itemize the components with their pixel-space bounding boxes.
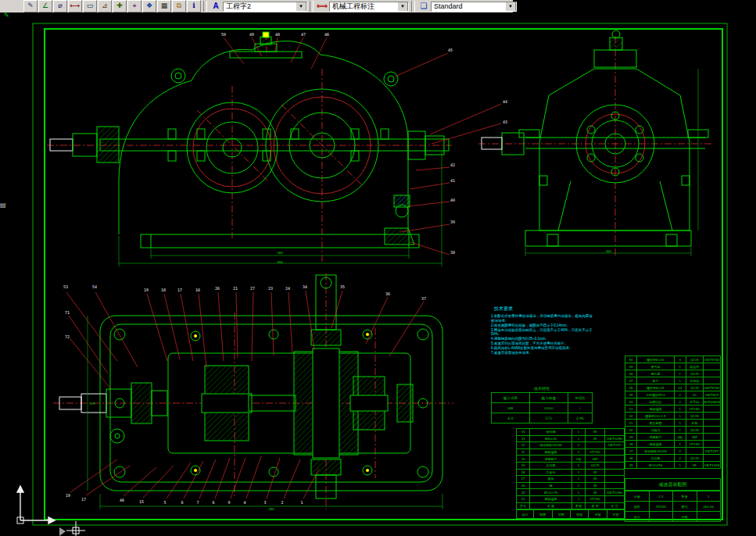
tool-grid-icon[interactable]: ▦ (157, 0, 171, 13)
char_table-cell: 3.95 (568, 413, 592, 423)
bom_right-cell: Q235 (686, 427, 703, 434)
plan-view-drawing (53, 273, 453, 509)
side-sketch-icon[interactable]: ✎ (4, 12, 9, 20)
toolbar-separator (203, 1, 207, 12)
bom_left-cell: 2 (572, 442, 586, 449)
bom_right-cell: 1 (674, 370, 686, 377)
tool-block-icon[interactable]: ❖ (142, 0, 156, 13)
callout-label: 23 (268, 286, 273, 291)
callout-label: 590 (277, 260, 282, 264)
bom_left-cell: 33 (517, 435, 530, 442)
callout-label: 71 (65, 310, 70, 315)
bom_left-cell: 1 (572, 469, 586, 476)
callout-label: 27 (250, 286, 255, 291)
dim-style-icon[interactable]: ⟺ (316, 1, 328, 12)
tool-linear-dim-icon[interactable]: ⟷ (68, 0, 82, 13)
bom_right-cell: 1 (674, 427, 686, 434)
bom_right-cell: 41 (625, 420, 637, 427)
callout-label: 8 (181, 500, 183, 505)
bom_left-cell: 1 (572, 482, 586, 489)
dim-style-combo[interactable]: 机械工程标注 ▼ (329, 2, 409, 12)
bom_right-cell: 46 (625, 384, 637, 391)
bom_left-cell: 31 (517, 448, 530, 456)
bom_right-cell: GB/T5782 (703, 356, 720, 363)
tool-layers-icon[interactable]: ⧉ (172, 0, 186, 13)
bom_left-cell: GB/T1096 (605, 489, 625, 496)
side-doc-icon[interactable]: ▤ (0, 202, 6, 209)
notes-title: 技术要求 (494, 306, 596, 313)
bom_right-cell (703, 406, 720, 413)
note-line: 1.装配前所有零件用煤油清洗，滚动轴承用汽油清洗，箱体内壁涂耐油油漆。 (491, 314, 596, 323)
bom_right-cell: 毡圈油封 (637, 398, 675, 406)
table-style-combo[interactable]: Standard ▼ (431, 2, 517, 12)
bom_right-cell: 轴承端盖 (637, 441, 675, 448)
callout-label: 43 (503, 120, 507, 124)
callout-label: 17 (81, 497, 86, 502)
chevron-down-icon[interactable]: ▼ (505, 2, 516, 12)
bom_right-cell: 24 (674, 384, 686, 391)
chevron-down-icon[interactable]: ▼ (397, 2, 408, 12)
title_block-cell: 审核 (673, 512, 697, 522)
bom_right-cell: 油标尺 (637, 427, 675, 434)
bom_left-cell: 45 (586, 489, 605, 496)
bom_right-cell (703, 413, 720, 420)
tool-angle-icon[interactable]: ∠ (38, 0, 52, 13)
oil-gauge-details (385, 195, 414, 245)
bom_right-cell: HT150 (686, 406, 703, 413)
callout-label: 53 (63, 284, 68, 289)
chevron-down-icon[interactable]: ▼ (296, 2, 306, 12)
callout-label: 34 (303, 284, 307, 289)
bom_right-cell: 44 (625, 398, 637, 406)
bom_right-cell: 羊毛毡 (686, 398, 703, 406)
text-style-icon[interactable]: A (210, 1, 222, 12)
tool-info-icon[interactable]: ℹ (187, 0, 201, 13)
tool-rect-icon[interactable]: ▭ (83, 0, 97, 13)
bom_right-cell: GB/T825 (703, 391, 720, 398)
bom_left-cell: 滚动轴承30206 (529, 442, 571, 449)
bom_left-cell: 34 (517, 429, 530, 436)
bom_right-cell: 2 (674, 448, 686, 455)
tool-draw-icon[interactable]: ✎ (23, 0, 38, 13)
bom_left-cell: HT150 (586, 495, 605, 502)
bom_right-cell (703, 427, 720, 434)
callout-label: 38 (450, 250, 455, 255)
tool-diameter-icon[interactable]: ⌀ (53, 0, 67, 13)
bom_left-cell: 调整垫片 (529, 456, 571, 463)
layout-tab-arrow-icon[interactable] (59, 527, 66, 536)
bom_left-cell (605, 469, 625, 476)
bom_left-cell (605, 476, 625, 483)
bom_right-cell: 键10×56 (637, 462, 675, 469)
bom_left-cell: 1 (572, 435, 586, 442)
bom_right-cell: 石棉纸 (686, 377, 703, 384)
table-style-icon[interactable]: ❏ (417, 1, 430, 12)
technical-notes: 技术要求 1.装配前所有零件用煤油清洗，滚动轴承用汽油清洗，箱体内壁涂耐油油漆。… (491, 306, 596, 356)
ucs-icon (17, 486, 55, 523)
tool-center-icon[interactable]: ⌖ (127, 0, 142, 13)
char_table-cell: i (568, 403, 592, 413)
bom_left-cell: 25 (517, 489, 530, 496)
callout-label: 21 (233, 286, 238, 291)
callout-label: 37 (421, 296, 426, 301)
bom_left-cell: 大齿轮 (529, 469, 571, 476)
callout-label: 5 (163, 500, 166, 505)
bom_right-cell: 1 (674, 377, 686, 384)
tool-plus-icon[interactable]: ✚ (113, 0, 127, 13)
bom_left-cell: 1 (572, 429, 586, 436)
breather-and-cover (171, 32, 398, 86)
bom_right-cell: 2 (674, 455, 686, 462)
sign_row-cell: 日期 (607, 510, 624, 519)
bom_left-cell: 齿轮轴 (529, 429, 571, 436)
text-style-value: 工程字2 (226, 2, 296, 12)
text-style-combo[interactable]: 工程字2 ▼ (223, 2, 307, 12)
bom_left-cell: 轴承端盖 (529, 495, 571, 502)
title_block-cell: 图号 (673, 502, 697, 512)
sign_row-cell: 制图 (534, 510, 552, 519)
callout-label: 19 (66, 493, 70, 498)
table-style-value: Standard (434, 2, 505, 10)
bom_left-cell: 08F (586, 456, 605, 463)
bom_right-cell (703, 455, 720, 462)
bom_right-cell (686, 448, 703, 455)
bom_right-cell: 1 (674, 406, 686, 413)
front-leaders (224, 38, 501, 255)
tool-triangle-icon[interactable]: ⊿ (98, 0, 112, 13)
